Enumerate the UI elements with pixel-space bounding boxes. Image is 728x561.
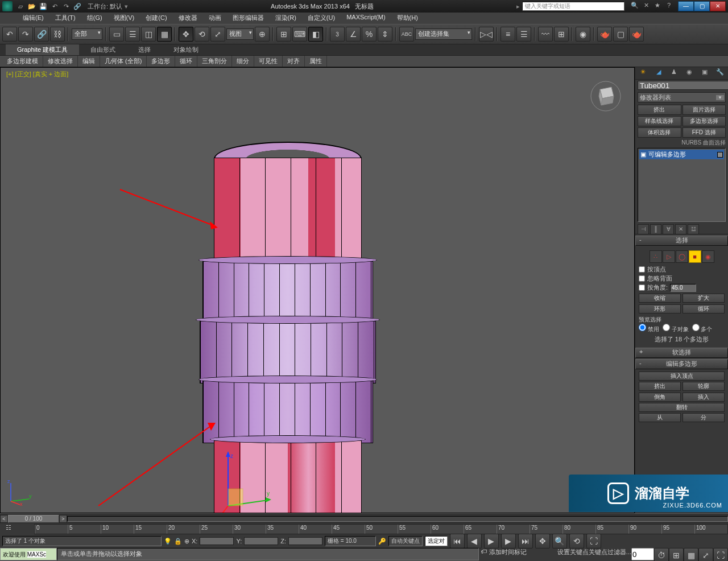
menu-maxscript[interactable]: MAXScript(M) — [341, 13, 391, 24]
show-end-icon[interactable]: ║ — [650, 224, 661, 234]
move-button[interactable]: ✥ — [179, 27, 193, 42]
tab-create-icon[interactable]: ✳ — [637, 68, 650, 79]
btn-from[interactable]: 从 — [639, 413, 681, 422]
menu-views[interactable]: 视图(V) — [108, 13, 140, 24]
selection-filter[interactable]: 全部 — [72, 28, 102, 40]
menu-modifiers[interactable]: 修改器 — [173, 13, 203, 24]
modbtn-polysel[interactable]: 多边形选择 — [682, 116, 726, 126]
modbtn-extrude[interactable]: 挤出 — [638, 105, 681, 115]
rsub-visibility[interactable]: 可见性 — [254, 56, 283, 67]
ribbon-tab-paint[interactable]: 对象绘制 — [162, 44, 210, 55]
modbtn-patchsel[interactable]: 面片选择 — [682, 105, 726, 115]
ribbon-tab-graphite[interactable]: Graphite 建模工具 — [6, 44, 79, 55]
rsub-props[interactable]: 属性 — [305, 56, 327, 67]
search-input[interactable]: 键入关键字或短语 — [522, 2, 624, 11]
rollout-selection[interactable]: 选择 — [635, 236, 728, 246]
rsub-tri[interactable]: 三角剖分 — [197, 56, 232, 67]
menu-customize[interactable]: 自定义(U) — [302, 13, 341, 24]
scale-button[interactable]: ⤢ — [210, 27, 225, 42]
check-ignoreback[interactable] — [639, 275, 645, 282]
angle-spinner[interactable] — [670, 284, 696, 292]
mirror-button[interactable]: ▷◁ — [479, 27, 494, 42]
time-track[interactable] — [67, 516, 728, 522]
lock-icon[interactable]: 💡 — [164, 538, 172, 545]
undo-button[interactable]: ↶ — [2, 27, 17, 42]
radio-multi[interactable] — [692, 324, 700, 331]
nav-max-icon[interactable]: ⛶ — [586, 534, 601, 548]
maximize-button[interactable]: ▢ — [694, 1, 710, 11]
tab-modify-icon[interactable]: ◢ — [652, 68, 665, 79]
angle-snap-button[interactable]: ∠ — [346, 27, 361, 42]
time-ruler[interactable]: 0510152025303540455055606570758085909510… — [34, 524, 728, 534]
named-selection-dropdown[interactable]: 创建选择集 — [415, 28, 472, 40]
link-icon[interactable]: 🔗 — [73, 2, 82, 11]
rotate-button[interactable]: ⟲ — [195, 27, 209, 42]
move-gizmo[interactable]: z y — [217, 449, 274, 513]
time-slider-thumb[interactable]: 0 / 100 — [8, 515, 59, 523]
nav4-icon[interactable]: ⤢ — [698, 548, 713, 561]
modifier-list-dropdown[interactable]: 修改器列表 — [638, 92, 726, 102]
modbtn-splinesel[interactable]: 样条线选择 — [638, 116, 681, 126]
workspace-label[interactable]: 工作台: 默认 — [88, 2, 122, 11]
nav-pan-icon[interactable]: ✥ — [535, 534, 550, 548]
layers-button[interactable]: ☰ — [516, 27, 531, 42]
help-icon[interactable]: ? — [664, 2, 673, 11]
nav3-icon[interactable]: ▦ — [684, 548, 698, 561]
rsub-subdiv[interactable]: 细分 — [232, 56, 254, 67]
trackbar-toggle-icon[interactable]: ☷ — [0, 524, 17, 534]
btn-inset[interactable]: 插入 — [682, 393, 725, 402]
rsub-polygon[interactable]: 多边形 — [147, 56, 175, 67]
modbtn-ffdsel[interactable]: FFD 选择 — [682, 127, 726, 138]
subobj-edge[interactable]: ▷ — [663, 250, 675, 263]
material-editor-button[interactable]: ◉ — [576, 27, 590, 42]
menu-create[interactable]: 创建(C) — [140, 13, 172, 24]
setkey-button[interactable]: 设置关键点 — [557, 548, 589, 560]
menu-grapheditors[interactable]: 图形编辑器 — [227, 13, 270, 24]
btn-hinge[interactable]: 分 — [682, 413, 725, 422]
modbtn-volsel[interactable]: 体积选择 — [638, 127, 681, 138]
tab-motion-icon[interactable]: ◉ — [683, 68, 696, 79]
time-config-icon[interactable]: ⏱ — [654, 548, 669, 561]
render-setup-button[interactable]: 🫖 — [597, 27, 612, 42]
rsub-edit[interactable]: 编辑 — [78, 56, 100, 67]
unlink-button[interactable]: ⛓ — [50, 27, 65, 42]
ribbon-tab-freeform[interactable]: 自由形式 — [79, 44, 127, 55]
rsub-modsel[interactable]: 修改选择 — [43, 56, 78, 67]
modifier-stack[interactable]: ▣ 可编辑多边形 — [638, 148, 726, 222]
stack-item-editable-poly[interactable]: ▣ 可编辑多边形 — [639, 150, 724, 159]
open-icon[interactable]: 📂 — [27, 2, 36, 11]
welcome-box[interactable]: 欢迎使用 MAXSc — [0, 548, 57, 560]
subobj-vertex[interactable]: ∴ — [650, 250, 662, 263]
menu-tools[interactable]: 工具(T) — [49, 13, 81, 24]
autokey-button[interactable]: 自动关键点 — [388, 536, 423, 546]
subobj-border[interactable]: ◯ — [676, 250, 688, 263]
time-prev[interactable]: < — [0, 515, 8, 523]
btn-outline[interactable]: 轮廓 — [682, 382, 725, 391]
ribbon-tab-selection[interactable]: 选择 — [127, 44, 162, 55]
keyboard-button[interactable]: ⌨ — [292, 27, 307, 42]
play-icon[interactable]: ▶ — [484, 534, 499, 548]
window-crossing-button[interactable]: ▦ — [157, 27, 172, 42]
radio-disable[interactable] — [639, 324, 646, 331]
add-time-tag[interactable]: 添加时间标记 — [489, 548, 557, 560]
nav-zoom-icon[interactable]: 🔍 — [552, 534, 567, 548]
btn-flip[interactable]: 翻转 — [639, 403, 725, 412]
selected-key[interactable]: 选定对 — [425, 536, 448, 546]
remove-mod-icon[interactable]: ✕ — [675, 224, 686, 234]
rsub-polymodel[interactable]: 多边形建模 — [2, 56, 43, 67]
time-next[interactable]: > — [59, 515, 67, 523]
rollout-editpoly[interactable]: 编辑多边形 — [635, 359, 728, 369]
prev-frame-icon[interactable]: ◀ — [467, 534, 482, 548]
menu-edit[interactable]: 编辑(E) — [17, 13, 49, 24]
rsub-loop[interactable]: 循环 — [175, 56, 197, 67]
radio-subobj[interactable] — [663, 324, 670, 331]
object-name-input[interactable] — [638, 81, 728, 90]
favorite-icon[interactable]: ★ — [653, 2, 662, 11]
coord-y-input[interactable] — [244, 537, 278, 545]
keyfilter-button[interactable]: 关键点过滤器... — [589, 548, 631, 560]
render-button[interactable]: 🫖 — [629, 27, 644, 42]
menu-help[interactable]: 帮助(H) — [391, 13, 424, 24]
undo-icon[interactable]: ↶ — [50, 2, 59, 11]
configure-icon[interactable]: ☳ — [688, 224, 699, 234]
goto-start-icon[interactable]: ⏮ — [450, 534, 465, 548]
